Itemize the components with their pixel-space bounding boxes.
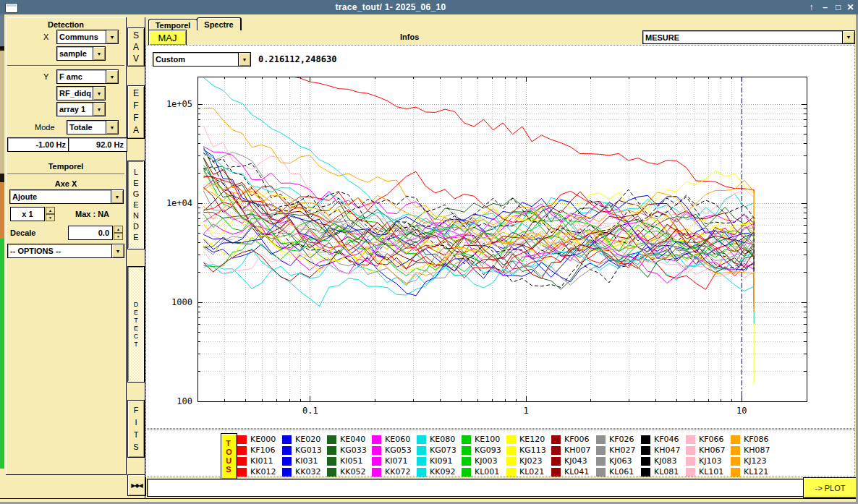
y-array-select[interactable]: array 1 ▼	[56, 102, 106, 116]
y-primary-select[interactable]: F amc ▼	[56, 69, 119, 84]
window-minimize-icon[interactable]: –	[819, 1, 831, 13]
maj-button[interactable]: MAJ	[148, 30, 187, 46]
legend-entry[interactable]: KI051	[327, 456, 372, 466]
window-raise-icon[interactable]: ↑	[805, 1, 817, 13]
legend-entry[interactable]: KK012	[237, 466, 282, 477]
legend-entry[interactable]: KL041	[551, 466, 596, 477]
legend-entry[interactable]: KG093	[462, 445, 506, 456]
legend-swatch	[237, 468, 247, 477]
legend-entry[interactable]: KE040	[327, 434, 372, 445]
freq-min-field[interactable]: -1.00 Hz	[7, 137, 69, 152]
legend-entry[interactable]: KL081	[641, 466, 686, 477]
tab-spectre[interactable]: Spectre	[197, 17, 242, 30]
legend-entry[interactable]: KK092	[417, 466, 462, 477]
legend-entry[interactable]: KI011	[237, 456, 282, 466]
legend-entry[interactable]: KJ083	[641, 456, 686, 466]
y-secondary-select[interactable]: RF_didq ▼	[56, 86, 106, 101]
x-primary-select[interactable]: Communs ▼	[56, 30, 119, 44]
legend-entry[interactable]: KE020	[282, 434, 327, 445]
legend-entry[interactable]: KL001	[462, 466, 506, 477]
legend-entry[interactable]: KG113	[506, 445, 551, 456]
window-maximize-icon[interactable]: □	[832, 1, 844, 13]
spin-up-icon[interactable]: ▲	[46, 207, 55, 214]
legend-entry[interactable]: KF086	[731, 434, 776, 445]
legende-button[interactable]: L E G E N D E	[127, 161, 145, 249]
spin-up-icon[interactable]: ▲	[114, 226, 123, 233]
legend-entry[interactable]: KE080	[417, 434, 462, 445]
legend-entry[interactable]: KH087	[731, 445, 776, 456]
legend-entry[interactable]: KH007	[551, 445, 596, 456]
legend-entry[interactable]: KL121	[731, 466, 776, 477]
legend-entry[interactable]: KH047	[641, 445, 686, 456]
legend-entry[interactable]: KG033	[327, 445, 372, 456]
legend-entry[interactable]: KE060	[372, 434, 417, 445]
spin-down-icon[interactable]: ▼	[46, 214, 55, 221]
sav-button[interactable]: S A V	[127, 27, 145, 67]
legend-entry[interactable]: KH067	[686, 445, 731, 456]
legend-entry[interactable]: KJ063	[596, 456, 641, 466]
spectrum-plot[interactable]: 0.111010010001e+041e+05	[146, 46, 854, 428]
legend-entry[interactable]: KI091	[417, 456, 462, 466]
detect-button[interactable]: D E T E C T	[127, 266, 145, 383]
fits-button[interactable]: F I T S	[127, 400, 145, 458]
decale-stepper[interactable]: 0.0 ▲▼	[68, 226, 123, 240]
legend-entry[interactable]: KF026	[596, 434, 641, 445]
legend-entry[interactable]: KL101	[686, 466, 731, 477]
legend-channel-label: KE060	[385, 435, 410, 444]
legend-entry[interactable]: KJ103	[686, 456, 731, 466]
legend-swatch	[596, 435, 606, 444]
legend-entry[interactable]: KH027	[596, 445, 641, 456]
edge-band	[0, 182, 4, 239]
plot-canvas[interactable]: Custom ▼ 0.216112,248630 0.111010010001e…	[145, 45, 855, 429]
legend-entry[interactable]: KG013	[282, 445, 327, 456]
tous-button[interactable]: T O U S	[221, 433, 237, 479]
legend-entry[interactable]: KL061	[596, 466, 641, 477]
legend-entry[interactable]: KJ023	[506, 456, 551, 466]
legend-entry[interactable]: KJ003	[462, 456, 506, 466]
legend-entry[interactable]: KL021	[506, 466, 551, 477]
legend-entry[interactable]: KG073	[417, 445, 462, 456]
scale-stepper[interactable]: x 1 ▲▼	[10, 207, 55, 221]
scale-value: x 1	[10, 207, 45, 221]
legend-swatch	[641, 446, 650, 455]
legend-entry[interactable]: KF006	[551, 434, 596, 445]
legend-entry[interactable]: KK052	[327, 466, 372, 477]
legend-swatch	[282, 446, 292, 455]
legend-entry[interactable]: KE100	[462, 434, 506, 445]
mode-select[interactable]: Totale ▼	[67, 120, 119, 134]
legend-swatch	[417, 446, 426, 455]
legend-entry[interactable]: KI031	[282, 456, 327, 466]
legend-swatch	[506, 446, 516, 455]
legend-swatch	[686, 435, 695, 444]
options-select[interactable]: -- OPTIONS -- ▼	[7, 244, 124, 258]
spin-down-icon[interactable]: ▼	[114, 233, 123, 240]
legend-entry[interactable]: KJ123	[731, 456, 776, 466]
x-secondary-select[interactable]: sample ▼	[56, 46, 106, 61]
svg-text:10: 10	[736, 406, 747, 416]
mesure-select[interactable]: MESURE ▼	[642, 30, 855, 44]
legend-swatch	[372, 446, 381, 455]
legend-entry[interactable]: KE000	[237, 434, 282, 445]
legend-entry[interactable]: KI071	[372, 456, 417, 466]
legend-entry[interactable]: KJ043	[551, 456, 596, 466]
app-window: trace_tout/ 1- 2025_06_10 ↑ – □ ✕ Detect…	[0, 0, 858, 504]
tab-temporel[interactable]: Temporel	[148, 19, 197, 30]
command-input[interactable]	[147, 479, 806, 497]
legend-entry[interactable]: KF066	[686, 434, 731, 445]
legend-entry[interactable]: KG053	[372, 445, 417, 456]
legend-entry[interactable]: KE120	[506, 434, 551, 445]
freq-max-field[interactable]: 92.0 Hz	[68, 137, 127, 152]
legend-entry[interactable]: KF106	[237, 445, 282, 456]
legend-entry[interactable]: KF046	[641, 434, 686, 445]
axe-x-mode-select[interactable]: Ajoute ▼	[9, 189, 124, 204]
nav-marker-button[interactable]: ▶◆◀	[127, 474, 146, 496]
axe-x-label: Axe X	[6, 179, 126, 188]
plot-button[interactable]: -> PLOT	[803, 477, 857, 498]
legend-entry[interactable]: KK032	[282, 466, 327, 477]
stepper-arrows[interactable]: ▲▼	[114, 226, 123, 240]
window-close-icon[interactable]: ✕	[844, 1, 857, 13]
effa-button[interactable]: E F F A	[127, 85, 145, 139]
legend-entry[interactable]: KK072	[372, 466, 417, 477]
legend-channel-label: KE040	[340, 435, 365, 444]
stepper-arrows[interactable]: ▲▼	[46, 207, 55, 221]
